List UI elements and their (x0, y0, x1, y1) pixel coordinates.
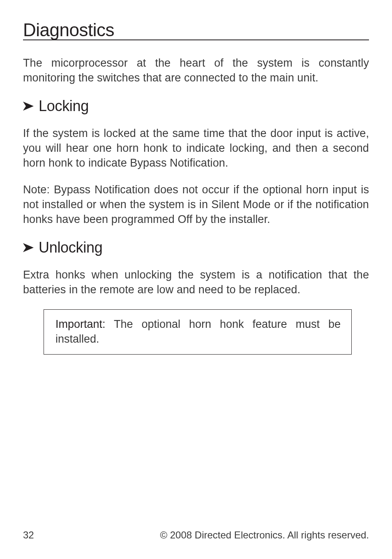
locking-paragraph: If the system is locked at the same time… (23, 126, 369, 170)
note-paragraph: Note: Bypass Notification does not occur… (23, 183, 369, 227)
section-heading-unlocking: Unlocking (23, 239, 369, 256)
page-footer: 32 © 2008 Directed Electronics. All righ… (23, 529, 369, 541)
important-callout: Important: The optional horn honk featur… (44, 309, 352, 354)
note-body: Bypass Notification does not occur if th… (23, 183, 369, 225)
unlocking-paragraph: Extra honks when unlocking the system is… (23, 268, 369, 297)
arrowhead-right-icon (23, 102, 34, 111)
important-label: Important: (55, 318, 106, 330)
document-page: Diagnostics The micorprocessor at the he… (0, 0, 392, 559)
important-text: Important: The optional horn honk featur… (55, 317, 341, 346)
page-number: 32 (23, 529, 34, 541)
page-title: Diagnostics (23, 21, 369, 40)
heading-unlocking: Unlocking (39, 239, 102, 256)
heading-locking: Locking (39, 97, 89, 115)
section-heading-locking: Locking (23, 97, 369, 115)
note-label: Note: (23, 183, 50, 196)
svg-marker-0 (23, 102, 34, 111)
arrowhead-right-icon (23, 243, 34, 252)
copyright-text: © 2008 Directed Electronics. All rights … (160, 529, 369, 541)
intro-paragraph: The micorprocessor at the heart of the s… (23, 56, 369, 85)
svg-marker-1 (23, 243, 34, 252)
